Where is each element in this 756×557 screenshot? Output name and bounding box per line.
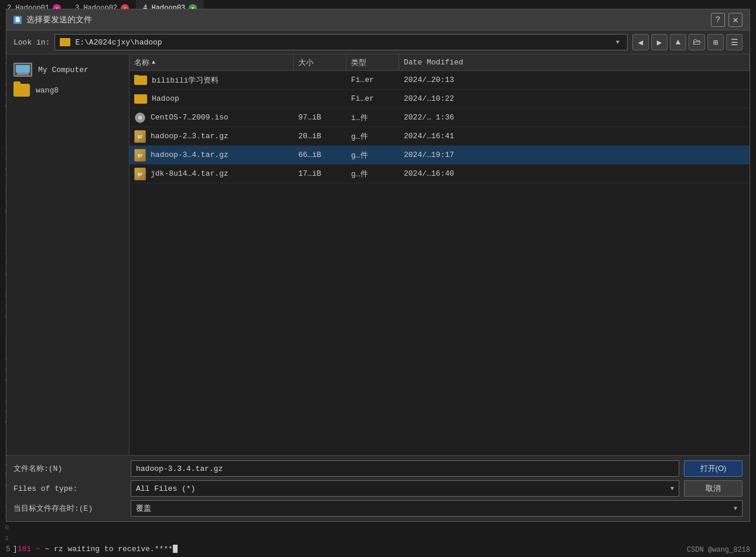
terminal-prompt: 181 ~ [18,545,40,553]
file-row[interactable]: bilibili学习资料 Fi…er 2024/…20:13 [130,71,750,90]
lookin-label: Look in: [13,38,50,47]
open-button[interactable]: 打开(O) [684,460,743,477]
toolbar-buttons: ◀ ▶ ▲ 🗁 ⊞ ☰ [632,34,743,50]
file-date-cell: 2024/…10:22 [399,94,750,103]
file-type-cell: i…件 [346,112,399,123]
overwrite-label: 当目标文件存在时:(E) [13,503,131,514]
col-header-name[interactable]: 名称 ▲ [130,54,294,70]
file-name-cell: CentOS-7…2009.iso [130,112,294,124]
sidebar-item-mycomputer[interactable]: My Computer [6,59,129,80]
iso-icon [134,112,146,124]
file-size-cell: 97…iB [294,113,346,122]
filetype-row: Files of type: All Files (*) ▼ 取消 [13,480,743,497]
new-folder-button[interactable]: 🗁 [689,34,705,50]
file-name-cell: gz hadoop-2…3.tar.gz [130,130,294,143]
file-type-cell: Fi…er [346,76,399,84]
detail-view-button[interactable]: ☰ [726,34,743,50]
sidebar: My Computer wang8 [6,54,130,455]
file-list-area: 名称 ▲ 大小 类型 Date Modified bilibili学习资料 [130,54,750,455]
overwrite-dropdown[interactable]: 覆盖 ▼ [131,500,743,517]
file-row[interactable]: gz hadoop-2…3.tar.gz 20…iB g…件 2024/…16:… [130,127,750,146]
terminal-line-num: 5 [6,545,11,553]
col-header-date[interactable]: Date Modified [399,54,750,70]
file-type-cell: g…件 [346,150,399,160]
filetype-dropdown[interactable]: All Files (*) ▼ [131,480,679,497]
file-date-cell: 2024/…16:41 [399,132,750,141]
file-type-cell: Fi…er [346,94,399,103]
file-date-cell: 2022/… 1:36 [399,113,750,122]
computer-icon [13,63,32,77]
file-date-cell: 2024/…16:40 [399,169,750,178]
lookin-arrow-icon: ▼ [613,39,622,46]
filename-input[interactable] [131,460,679,477]
col-header-type[interactable]: 类型 [346,54,399,70]
back-button[interactable]: ◀ [632,34,649,50]
file-size-cell: 17…iB [294,169,346,178]
col-header-size[interactable]: 大小 [294,54,346,70]
column-headers: 名称 ▲ 大小 类型 Date Modified [130,54,750,71]
sidebar-folder-icon [13,84,30,97]
file-name-cell: Hadoop [130,94,294,104]
overwrite-value: 覆盖 [136,503,734,514]
file-dialog: 📄 选择要发送的文件 ? ✕ Look in: E:\A2024cjxy\had… [6,9,750,522]
overwrite-arrow-icon: ▼ [734,505,737,512]
cancel-button[interactable]: 取消 [684,480,743,497]
lookin-folder-icon [60,38,70,46]
file-type-cell: g…件 [346,131,399,142]
file-row[interactable]: gz jdk-8u14…4.tar.gz 17…iB g…件 2024/…16:… [130,165,750,183]
filetype-label: Files of type: [13,484,131,493]
file-name-cell: gz jdk-8u14…4.tar.gz [130,168,294,180]
sidebar-label-mycomputer: My Computer [38,66,88,74]
up-button[interactable]: ▲ [670,34,686,50]
dialog-title-icon: 📄 [13,16,22,24]
file-size-cell: 20…iB [294,132,346,141]
overwrite-row: 当目标文件存在时:(E) 覆盖 ▼ [13,500,743,517]
archive-icon: gz [134,130,146,143]
dialog-title: 选择要发送的文件 [26,15,711,25]
list-view-button[interactable]: ⊞ [707,34,724,50]
file-date-cell: 2024/…20:13 [399,76,750,84]
folder-icon [134,94,147,104]
filetype-arrow-icon: ▼ [670,486,674,492]
archive-icon: gz [134,149,146,162]
folder-icon [134,76,147,85]
file-name-cell: gz hadoop-3…4.tar.gz [130,149,294,162]
filename-row: 文件名称:(N) 打开(O) [13,460,743,477]
terminal-cursor [173,545,178,553]
file-row[interactable]: Hadoop Fi…er 2024/…10:22 [130,90,750,108]
archive-icon: gz [134,168,146,180]
file-name-cell: bilibili学习资料 [130,75,294,86]
sort-arrow-icon: ▲ [152,59,155,66]
sidebar-item-wang8[interactable]: wang8 [6,80,129,100]
forward-button[interactable]: ▶ [651,34,668,50]
file-date-cell: 2024/…19:17 [399,151,750,159]
lookin-bar: Look in: E:\A2024cjxy\hadoop ▼ ◀ ▶ ▲ 🗁 ⊞… [6,30,750,54]
lookin-path: E:\A2024cjxy\hadoop [75,38,613,47]
dialog-main: My Computer wang8 名称 ▲ 大小 类型 [6,54,750,455]
filetype-value: All Files (*) [136,484,670,493]
dialog-bottom: 文件名称:(N) 打开(O) Files of type: All Files … [6,455,750,521]
dialog-titlebar: 📄 选择要发送的文件 ? ✕ [6,9,750,30]
file-type-cell: g…件 [346,169,399,179]
watermark: CSDN @wang_8218 [687,546,750,554]
sidebar-label-wang8: wang8 [36,86,59,95]
lookin-dropdown[interactable]: E:\A2024cjxy\hadoop ▼ [55,34,628,50]
help-button[interactable]: ? [711,13,725,27]
file-row[interactable]: CentOS-7…2009.iso 97…iB i…件 2022/… 1:36 [130,108,750,127]
terminal-status: 5 ] 181 ~ ~ rz waiting to receive.**** [0,541,756,557]
file-row-selected[interactable]: gz hadoop-3…4.tar.gz 66…iB g…件 2024/…19:… [130,146,750,165]
file-size-cell: 66…iB [294,151,346,159]
terminal-command: rz waiting to receive.**** [54,545,173,553]
close-button[interactable]: ✕ [728,13,743,27]
filename-label: 文件名称:(N) [13,463,131,474]
